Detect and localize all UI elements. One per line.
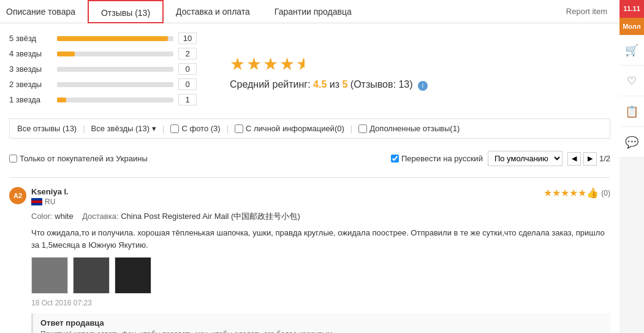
country-text: RU — [45, 197, 55, 206]
filter-all-reviews[interactable]: Все отзывы (13) — [17, 124, 77, 133]
bar-fill-4 — [57, 52, 75, 56]
sort-select[interactable]: По умолчанию По дате По рейтингу — [488, 151, 563, 166]
sidebar-wishlist[interactable]: ♡ — [619, 66, 644, 96]
heart-icon: ♡ — [627, 74, 637, 88]
avg-separator: из — [330, 79, 343, 90]
review-image-2[interactable] — [73, 257, 110, 294]
report-item-button[interactable]: Report item — [554, 0, 619, 23]
prev-page-button[interactable]: ◀ — [567, 152, 581, 166]
rating-bars: 5 звёзд 10 4 звезды 2 3 зв — [9, 33, 218, 109]
translate-checkbox[interactable] — [391, 155, 399, 163]
next-page-button[interactable]: ▶ — [583, 152, 597, 166]
tab-guarantee[interactable]: Гарантии продавца — [262, 0, 364, 23]
bar-container-1 — [57, 98, 173, 102]
star-3: ★ — [263, 54, 278, 74]
review-count-num: 13 — [398, 79, 409, 90]
ukraine-only-label[interactable]: Только от покупателей из Украины — [9, 154, 148, 163]
message-icon: 💬 — [625, 136, 638, 149]
filter-with-photo[interactable]: С фото (3) — [170, 124, 220, 133]
review-text: Что ожидала,то и получила. хорошая тёпле… — [31, 227, 610, 251]
filter-all-stars-label: Все звёзды (13) — [91, 124, 150, 133]
review-star-1: ★ — [544, 187, 552, 199]
review-item: A2 Kseniya I. RU ★ ★ ★ — [9, 177, 610, 333]
review-image-1[interactable] — [31, 257, 68, 294]
sidebar-promo[interactable]: 11.11 — [619, 0, 644, 18]
filter-sep-2: | — [162, 124, 164, 133]
bar-container-4 — [57, 52, 173, 56]
tab-reviews[interactable]: Отзывы (13) — [88, 0, 164, 23]
sidebar-cart[interactable]: 🛒 — [619, 35, 644, 66]
info-icon[interactable]: i — [418, 81, 428, 91]
review-star-5: ★ — [578, 187, 586, 199]
review-meta: Color: white Доставка: China Post Regist… — [31, 211, 610, 222]
rating-label-1: 1 звезда — [9, 95, 52, 104]
rating-row-1: 1 звезда 1 — [9, 94, 218, 105]
sidebar-messages[interactable]: 💬 — [619, 127, 644, 158]
filter-additional-checkbox[interactable] — [358, 124, 367, 133]
review-stars: ★ ★ ★ ★ ★ — [544, 187, 586, 199]
mall-text: Молл — [623, 23, 641, 30]
tab-description[interactable]: Описание товара — [0, 0, 88, 23]
flag-icon — [31, 198, 42, 205]
rating-row-2: 2 звезды 0 — [9, 78, 218, 90]
review-star-3: ★ — [561, 187, 569, 199]
color-label: Color: — [31, 212, 53, 221]
avg-number: 4.5 — [313, 79, 327, 90]
tabs-bar: Описание товара Отзывы (13) Доставка и о… — [0, 0, 619, 23]
ukraine-only-text: Только от покупателей из Украины — [20, 154, 148, 163]
chevron-down-icon: ▾ — [152, 124, 156, 133]
rating-count-3: 0 — [178, 63, 197, 75]
sidebar-orders[interactable]: 📋 — [619, 96, 644, 127]
ukraine-only-checkbox[interactable] — [9, 155, 17, 163]
filter-additional[interactable]: Дополненные отзывы(1) — [358, 124, 460, 133]
cart-icon: 🛒 — [625, 44, 638, 57]
filter-additional-label: Дополненные отзывы(1) — [369, 124, 460, 133]
pagination: ◀ ▶ 1/2 — [567, 152, 610, 166]
review-date: 18 Oct 2016 07:23 — [31, 299, 610, 307]
bar-container-3 — [57, 67, 173, 72]
options-right: Перевести на русский По умолчанию По дат… — [391, 151, 610, 166]
like-button[interactable]: 👍 (0) — [586, 187, 610, 199]
bar-container-2 — [57, 82, 173, 87]
thumbs-up-icon: 👍 — [586, 187, 599, 199]
review-images — [31, 257, 610, 294]
reviewer-name: Kseniya I. — [31, 187, 537, 196]
sidebar-mall[interactable]: Молл — [619, 18, 644, 35]
review-header: A2 Kseniya I. RU ★ ★ ★ — [9, 187, 610, 206]
filter-sep-4: | — [350, 124, 352, 133]
bar-fill-1 — [57, 98, 66, 102]
stars-large: ★ ★ ★ ★ ★ — [230, 54, 428, 74]
options-row: Только от покупателей из Украины Перевес… — [9, 146, 610, 171]
rating-section: 5 звёзд 10 4 звезды 2 3 зв — [9, 33, 610, 109]
page-total: 2 — [606, 154, 610, 163]
page-info: 1/2 — [599, 154, 610, 163]
reviewer-country: RU — [31, 197, 537, 206]
review-image-3[interactable] — [115, 257, 151, 294]
star-2: ★ — [246, 54, 262, 74]
filter-with-photo-label: С фото (3) — [181, 124, 220, 133]
translate-text: Перевести на русский — [401, 154, 483, 163]
orders-icon: 📋 — [625, 105, 638, 118]
rating-label-3: 3 звезды — [9, 64, 52, 74]
review-star-4: ★ — [569, 187, 578, 199]
filter-with-photo-checkbox[interactable] — [170, 124, 179, 133]
filter-with-personal-checkbox[interactable] — [235, 124, 243, 133]
seller-reply-text: Приятно! использовать фен, чтобы взорват… — [40, 330, 603, 333]
rating-row-4: 4 звезды 2 — [9, 48, 218, 59]
rating-label-4: 4 звезды — [9, 49, 52, 58]
color-value: white — [55, 212, 73, 221]
rating-summary: ★ ★ ★ ★ ★ Средний рейтинг: 4.5 из 5 (Отз… — [230, 33, 428, 109]
tab-delivery[interactable]: Доставка и оплата — [164, 0, 262, 23]
page-current: 1 — [599, 154, 604, 163]
filter-with-personal-label: С личной информацией(0) — [246, 124, 344, 133]
star-1: ★ — [230, 54, 245, 74]
delivery-label: Доставка: — [82, 212, 118, 221]
rating-count-1: 1 — [178, 94, 197, 105]
translate-label[interactable]: Перевести на русский — [391, 154, 483, 163]
rating-row-5: 5 звёзд 10 — [9, 33, 218, 44]
rating-count-4: 2 — [178, 48, 197, 59]
filter-all-stars[interactable]: Все звёзды (13) ▾ — [91, 124, 156, 133]
reviewer-avatar: A2 — [9, 187, 26, 204]
filter-with-personal[interactable]: С личной информацией(0) — [235, 124, 344, 133]
star-5-half: ★ — [296, 54, 305, 74]
